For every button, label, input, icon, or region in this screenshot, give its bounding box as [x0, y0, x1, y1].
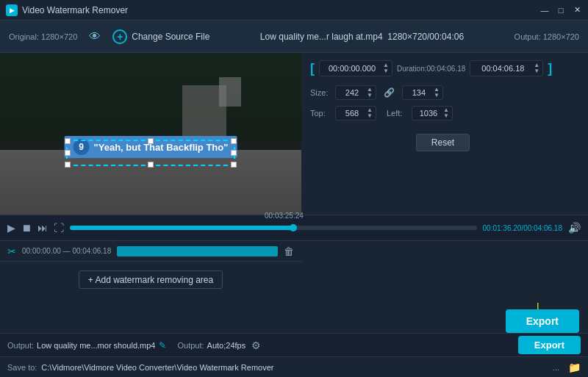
eye-icon[interactable]: 👁 — [89, 30, 101, 43]
end-time-field[interactable] — [473, 64, 532, 73]
close-button[interactable]: ✕ — [572, 5, 582, 15]
progress-bar[interactable] — [70, 221, 477, 234]
height-field[interactable] — [406, 88, 432, 97]
size-row: Size: ▲ ▼ 🔗 ▲ ▼ — [310, 85, 576, 100]
height-down[interactable]: ▼ — [434, 93, 440, 98]
end-time-down[interactable]: ▼ — [534, 68, 539, 74]
play-button[interactable]: ▶ — [7, 222, 15, 234]
top-bar: Original: 1280×720 👁 + Change Source Fil… — [0, 21, 588, 53]
original-resolution-label: Original: 1280×720 — [9, 32, 77, 41]
left-label: Left: — [387, 109, 407, 118]
stop-button[interactable]: ⏹ — [21, 222, 32, 234]
left-down[interactable]: ▼ — [443, 113, 449, 119]
end-time-input[interactable]: ▲ ▼ — [470, 60, 543, 76]
left-field[interactable] — [415, 109, 442, 118]
save-to-bar: Save to: C:\Vidmore\Vidmore Video Conver… — [0, 356, 588, 377]
start-time-field[interactable] — [323, 64, 381, 73]
start-time-down[interactable]: ▼ — [383, 68, 389, 74]
save-path: C:\Vidmore\Vidmore Video Converter\Video… — [41, 363, 548, 372]
width-input-group[interactable]: ▲ ▼ — [335, 85, 376, 100]
top-down[interactable]: ▼ — [367, 113, 373, 119]
save-to-label: Save to: — [7, 363, 37, 372]
progress-thumb[interactable] — [290, 224, 297, 231]
left-spinners: ▲ ▼ — [443, 107, 449, 119]
link-proportions-icon[interactable]: 🔗 — [384, 87, 395, 98]
height-spinners: ▲ ▼ — [434, 87, 440, 98]
current-time: 00:01:36.20/00:04:06.18 — [483, 224, 562, 232]
right-bracket-button[interactable]: ] — [548, 61, 552, 76]
browse-button[interactable]: ... — [553, 363, 559, 372]
left-input-group[interactable]: ▲ ▼ — [412, 106, 453, 121]
video-area: 9 "Yeah, but That Backflip Tho" — [0, 53, 301, 215]
progress-track — [70, 226, 477, 230]
change-source-label: Change Source File — [132, 32, 209, 42]
progress-fill — [70, 226, 293, 230]
volume-icon[interactable]: 🔊 — [568, 222, 581, 234]
height-input-group[interactable]: ▲ ▼ — [402, 85, 443, 100]
next-frame-button[interactable]: ⏭ — [37, 222, 48, 234]
folder-icon[interactable]: 📁 — [568, 362, 581, 373]
start-time-spinners: ▲ ▼ — [383, 62, 389, 74]
edit-output-icon[interactable]: ✎ — [159, 340, 166, 351]
window-controls: — □ ✕ — [539, 5, 582, 15]
export-button[interactable]: Export — [506, 309, 579, 333]
output-settings-label: Output: — [178, 341, 204, 350]
output-file-label: Output: — [7, 341, 34, 350]
size-label: Size: — [310, 88, 331, 97]
title-text: Video Watermark Remover — [22, 5, 128, 15]
output-resolution-label: Output: 1280×720 — [514, 32, 579, 41]
add-watermark-label: + Add watermark removing area — [88, 275, 213, 285]
start-time-input[interactable]: ▲ ▼ — [319, 60, 392, 76]
time-range-row: [ ▲ ▼ Duration:00:04:06.18 ▲ ▼ ] — [310, 60, 576, 76]
clip-track: ✂ 00:00:00.00 — 00:04:06.18 🗑 — [0, 241, 301, 262]
top-spinners: ▲ ▼ — [367, 107, 373, 119]
delete-clip-button[interactable]: 🗑 — [284, 245, 294, 257]
width-spinners: ▲ ▼ — [367, 87, 373, 98]
video-scene: 9 "Yeah, but That Backflip Tho" — [0, 53, 301, 215]
clip-icon: ✂ — [7, 245, 16, 257]
title-bar: ▶ Video Watermark Remover — □ ✕ — [0, 0, 588, 21]
gear-icon[interactable]: ⚙ — [251, 340, 261, 351]
clip-bar[interactable] — [117, 246, 278, 256]
subtitle-text: "Yeah, but That Backflip Tho" — [94, 142, 229, 153]
right-controls-panel: [ ▲ ▼ Duration:00:04:06.18 ▲ ▼ ] Size: ▲… — [301, 53, 584, 159]
maximize-button[interactable]: □ — [556, 5, 566, 15]
width-down[interactable]: ▼ — [367, 93, 373, 98]
top-label: Top: — [310, 109, 331, 118]
title-left: ▶ Video Watermark Remover — [6, 4, 128, 16]
subtitle-bar: 9 "Yeah, but That Backflip Tho" — [65, 136, 237, 158]
change-source-button[interactable]: + Change Source File — [112, 29, 209, 44]
app-icon: ▶ — [6, 4, 18, 16]
reset-button[interactable]: Reset — [416, 134, 470, 151]
file-info: Low quality me...r laugh at.mp4 1280×720… — [221, 32, 502, 42]
top-field[interactable] — [339, 109, 365, 118]
minimize-button[interactable]: — — [539, 5, 550, 15]
end-time-spinners: ▲ ▼ — [534, 62, 539, 74]
width-field[interactable] — [339, 88, 365, 97]
top-input-group[interactable]: ▲ ▼ — [335, 106, 376, 121]
subtitle-number: 9 — [74, 139, 90, 155]
road-background — [0, 150, 301, 215]
output-settings-bar: Output: Low quality me...mor should.mp4 … — [0, 333, 588, 356]
clip-time-display: 00:00:00.00 — 00:04:06.18 — [22, 247, 111, 255]
add-watermark-area: + Add watermark removing area — [7, 270, 294, 289]
left-bracket-button[interactable]: [ — [310, 61, 315, 76]
output-filename: Low quality me...mor should.mp4 — [37, 341, 155, 350]
export-button-bottom[interactable]: Export — [518, 336, 581, 354]
fullscreen-button[interactable]: ⛶ — [54, 222, 64, 234]
position-row: Top: ▲ ▼ Left: ▲ ▼ — [310, 106, 576, 121]
output-settings-value: Auto;24fps — [207, 341, 246, 350]
add-watermark-button[interactable]: + Add watermark removing area — [79, 270, 223, 289]
add-icon: + — [112, 29, 127, 44]
duration-label: Duration:00:04:06.18 — [397, 65, 465, 73]
time-marker: 00:03:25.24 — [265, 212, 304, 220]
